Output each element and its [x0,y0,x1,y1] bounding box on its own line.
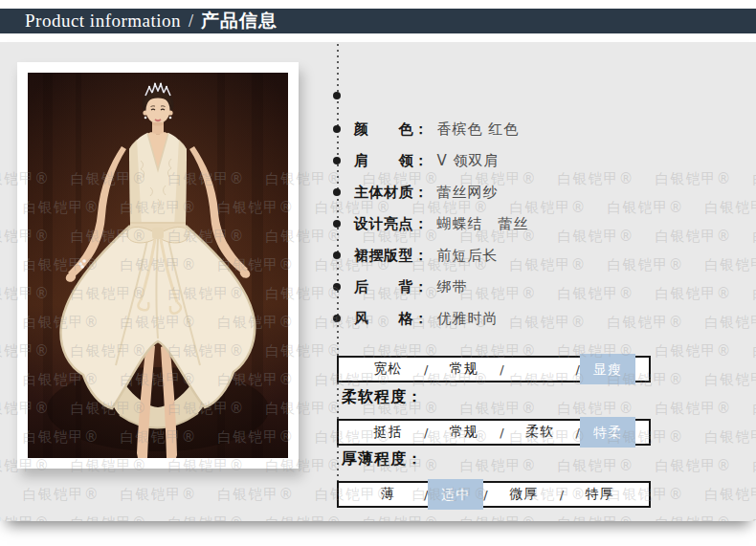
attr-row-material: 主体材质：蕾丝网纱 [354,183,499,202]
thickness-selector-bar: 薄 / 适中 / 微厚 / 特厚 [337,481,651,508]
attr-value: 优雅时尚 [437,310,499,327]
attr-value: 蕾丝网纱 [437,184,499,201]
attr-row-style: 风 格：优雅时尚 [354,309,499,328]
attr-value: V 领双肩 [437,152,500,169]
attr-row-design-highlight: 设计亮点：蝴蝶结 蕾丝 [354,214,529,233]
list-bullet [333,157,341,164]
option-thin[interactable]: 薄 [352,486,424,503]
attr-row-neckline: 肩 领：V 领双肩 [354,151,500,170]
attr-row-back: 后 背：绑带 [354,277,468,296]
option-extra-soft-selected[interactable]: 特柔 [580,417,635,448]
attr-row-color: 颜 色：香槟色 红色 [354,120,519,139]
option-regular[interactable]: 常规 [428,424,500,441]
list-bullet [333,125,341,133]
list-bullet [333,315,341,322]
attr-label: 主体材质： [354,184,429,201]
content-page: 颜 色：香槟色 红色 肩 领：V 领双肩 主体材质：蕾丝网纱 设计亮点：蝴蝶结 … [0,42,756,521]
attr-label: 后 背： [354,278,429,295]
option-extra-thick[interactable]: 特厚 [564,486,635,503]
thickness-label: 厚薄程度： [342,449,423,470]
option-medium-selected[interactable]: 适中 [428,479,483,510]
list-bullet [333,220,341,228]
attr-value: 绑带 [437,278,468,295]
list-bullet [333,188,341,196]
attr-label: 颜 色： [354,120,429,138]
attr-value: 蝴蝶结 蕾丝 [437,215,529,232]
attr-row-hem-style: 裙摆版型：前短后长 [354,246,499,265]
slash-separator: / [500,362,503,377]
header-title-en: Product information [25,11,181,32]
product-photo-card [17,62,299,469]
header-bar: Product information / 产品信息 [0,9,756,33]
attr-value: 前短后长 [437,247,499,264]
list-bullet [333,283,341,291]
looseness-selector-bar: 宽松 / 常规 / / 显瘦 [337,356,651,382]
option-loose[interactable]: 宽松 [352,360,424,378]
softness-label: 柔软程度： [342,387,423,407]
watermark-text: 白银铠甲® 白银铠甲® 白银铠甲® 白银铠甲® 白银铠甲® 白银铠甲® 白银铠甲… [0,514,756,521]
attr-label: 风 格： [354,310,429,327]
attr-value: 香槟色 红色 [437,120,520,138]
list-bullet [333,92,341,99]
product-photo [28,73,288,458]
list-bullet [333,251,341,259]
header-title-zh: 产品信息 [201,9,278,33]
attr-label: 设计亮点： [354,215,429,232]
option-regular[interactable]: 常规 [428,360,500,378]
option-slightly-thick[interactable]: 微厚 [488,486,560,503]
softness-selector-bar: 挺括 / 常规 / 柔软 / 特柔 [337,419,651,446]
option-slimming-selected[interactable]: 显瘦 [580,354,635,384]
attr-label: 肩 领： [354,152,429,169]
attr-label: 裙摆版型： [354,247,429,264]
option-soft[interactable]: 柔软 [504,424,576,441]
option-stiff[interactable]: 挺括 [352,424,424,441]
dotted-divider [337,44,339,484]
header-separator: / [189,11,193,32]
